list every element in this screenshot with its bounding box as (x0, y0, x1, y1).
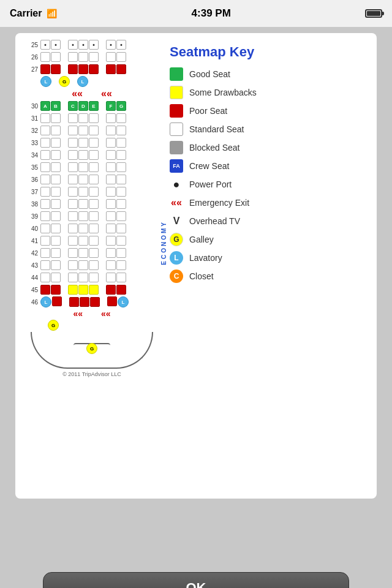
seat-42-0 (40, 248, 50, 258)
exit-row-1: «« «« (24, 88, 159, 99)
seat-32-mid-2 (89, 126, 99, 135)
seat-lav-1: L (40, 76, 51, 87)
legend-emergency-exit: «« Emergency Exit (170, 196, 368, 209)
seat-39-1 (51, 211, 61, 221)
seat-44-right-0 (106, 273, 116, 282)
seat-44-0 (40, 273, 50, 282)
blocked-seat-label: Blocked Seat (189, 143, 240, 153)
standard-seat-label: Standard Seat (189, 124, 244, 134)
seat-43-right-0 (106, 260, 116, 270)
seat-45c (68, 285, 78, 295)
exit-chevron-left-1: «« (72, 88, 83, 99)
seat-26a (40, 52, 50, 62)
seat-25b (51, 40, 61, 50)
row-39: 39 (24, 211, 159, 222)
seat-25d (78, 40, 88, 50)
seat-36-1 (51, 175, 61, 184)
seat-32-1 (51, 126, 61, 135)
ok-button[interactable]: OK (43, 572, 349, 588)
crew-seat-label: Crew Seat (189, 161, 229, 171)
row-36: 36 (24, 174, 159, 185)
row-40: 40 (24, 223, 159, 234)
legend-lavatory: L Lavatory (170, 251, 368, 265)
seat-25f (106, 40, 116, 50)
seat-lav-2: L (77, 76, 88, 87)
seat-38-mid-2 (89, 199, 99, 209)
row-galley-2: G (24, 320, 159, 331)
galley-label: Galley (189, 235, 214, 244)
seat-25g (116, 40, 126, 50)
seat-32-right-0 (106, 126, 116, 135)
wifi-icon: 📶 (47, 9, 57, 18)
seat-39-mid-2 (89, 211, 99, 221)
seat-40-1 (51, 224, 61, 233)
good-seat-icon (170, 67, 183, 81)
seat-40-right-1 (116, 224, 126, 233)
seat-34-mid-2 (89, 150, 99, 160)
seat-39-mid-0 (68, 211, 78, 221)
poor-seat-icon (170, 104, 183, 118)
seat-39-0 (40, 211, 50, 221)
seat-37-mid-0 (68, 187, 78, 197)
legend-galley: G Galley (170, 233, 368, 246)
seat-30a: A (40, 101, 50, 111)
seat-26c (68, 52, 78, 62)
seat-38-right-1 (116, 199, 126, 209)
seat-31-mid-2 (89, 113, 99, 123)
seat-45g (116, 285, 126, 295)
seat-34-mid-0 (68, 150, 78, 160)
seat-33-mid-1 (78, 138, 88, 148)
legend-standard-seat: Standard Seat (170, 123, 368, 136)
seat-31-1 (51, 113, 61, 123)
seat-45b (51, 285, 61, 295)
some-drawbacks-icon (170, 86, 183, 99)
row-31: 31 (24, 113, 159, 124)
row-42: 42 (24, 247, 159, 258)
seat-44-mid-1 (78, 273, 88, 282)
seat-30g: G (116, 101, 126, 111)
row-43: 43 (24, 260, 159, 271)
row-38: 38 (24, 198, 159, 209)
seat-46f (107, 296, 117, 306)
legend-good-seat: Good Seat (170, 67, 368, 81)
carrier-label: Carrier (10, 8, 42, 19)
seat-galley-tail: G (86, 343, 97, 354)
seat-46b (52, 296, 62, 306)
seat-36-mid-0 (68, 175, 78, 184)
seat-40-mid-2 (89, 224, 99, 233)
seat-41-right-0 (106, 236, 116, 246)
seat-43-mid-2 (89, 260, 99, 270)
power-port-icon: ● (170, 178, 183, 191)
seat-38-1 (51, 199, 61, 209)
seat-36-right-1 (116, 175, 126, 184)
exit-row-2: «« «« (24, 309, 159, 318)
seat-37-0 (40, 187, 50, 197)
emergency-exit-icon: «« (170, 196, 183, 209)
seat-42-1 (51, 248, 61, 258)
seat-26f (106, 52, 116, 62)
seat-33-0 (40, 138, 50, 148)
seat-37-right-0 (106, 187, 116, 197)
row-25: 25 (24, 39, 159, 50)
seat-26d (78, 52, 88, 62)
seat-44-mid-0 (68, 273, 78, 282)
seat-25c (68, 40, 78, 50)
seat-44-mid-2 (89, 273, 99, 282)
seat-37-1 (51, 187, 61, 197)
seat-27g (116, 64, 126, 74)
seat-39-mid-1 (78, 211, 88, 221)
seat-33-mid-0 (68, 138, 78, 148)
seat-33-right-0 (106, 138, 116, 148)
exit-chevron-right-1: «« (101, 88, 112, 99)
seat-31-right-1 (116, 113, 126, 123)
seat-36-0 (40, 175, 50, 184)
legend-overhead-tv: V Overhead TV (170, 214, 368, 228)
seat-27c (68, 64, 78, 74)
seat-42-mid-0 (68, 248, 78, 258)
seat-41-mid-0 (68, 236, 78, 246)
seat-44-right-1 (116, 273, 126, 282)
ok-bar: OK (0, 564, 392, 588)
legend-closet: C Closet (170, 270, 368, 283)
row-33: 33 (24, 137, 159, 148)
row-44: 44 (24, 272, 159, 283)
